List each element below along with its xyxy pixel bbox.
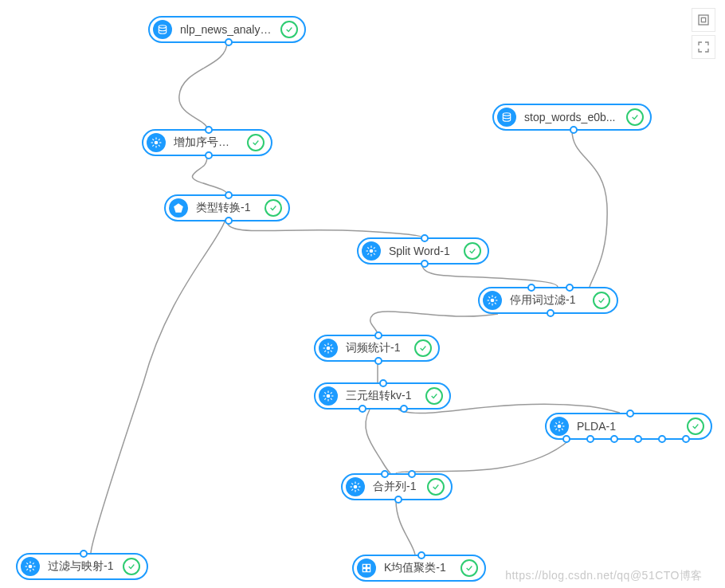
svg-point-30 [327,347,331,351]
node-stop-words[interactable]: stop_words_e0b... [492,104,652,131]
output-port[interactable] [547,309,555,317]
node-label: 类型转换-1 [196,201,257,215]
input-port-2[interactable] [566,284,574,292]
svg-line-65 [358,483,359,484]
output-port[interactable] [374,357,382,365]
input-port[interactable] [381,470,389,478]
svg-rect-79 [699,15,708,25]
process-icon [319,386,338,406]
output-port[interactable] [205,151,213,159]
status-success-icon [687,417,704,435]
output-port[interactable] [225,38,233,46]
svg-point-57 [354,485,358,489]
svg-line-73 [26,569,28,570]
node-type-convert[interactable]: 类型转换-1 [164,194,290,221]
svg-line-18 [374,253,375,255]
node-word-frequency[interactable]: 词频统计-1 [314,335,440,362]
node-nlp-news-analyzer[interactable]: nlp_news_analyz... [148,16,306,43]
node-label: Split Word-1 [389,245,456,257]
dataset-icon [153,20,172,39]
output-port-5[interactable] [658,435,666,443]
svg-line-53 [555,422,557,424]
svg-line-46 [324,398,326,400]
node-stopword-filter[interactable]: 停用词过滤-1 [478,287,618,314]
output-port-1[interactable] [562,435,570,443]
input-port[interactable] [225,191,233,199]
status-success-icon [593,292,610,309]
status-success-icon [414,339,432,357]
svg-line-38 [331,344,332,346]
svg-line-54 [562,429,563,430]
node-label: PLDA-1 [577,420,679,433]
svg-line-9 [152,145,154,147]
node-label: stop_words_e0b... [524,111,618,123]
svg-line-56 [562,422,563,424]
input-port[interactable] [626,410,634,417]
svg-line-8 [159,145,160,147]
status-success-icon [626,108,644,126]
status-success-icon [123,558,140,575]
svg-line-72 [33,569,34,570]
fit-to-screen-button[interactable] [692,8,715,32]
node-label: 合并列-1 [373,480,419,494]
svg-point-39 [327,394,331,398]
fullscreen-button[interactable] [692,35,715,59]
output-port[interactable] [570,126,578,134]
process-icon [346,477,365,496]
workflow-canvas[interactable]: nlp_news_analyz... stop_words_e0b... 增加序… [0,0,725,588]
node-filter-map[interactable]: 过滤与映射-1 [16,553,148,580]
node-label: 三元组转kv-1 [346,389,417,403]
output-port[interactable] [421,260,429,268]
output-port-2[interactable] [586,435,594,443]
svg-line-10 [159,139,160,140]
status-success-icon [425,387,443,405]
node-label: nlp_news_analyz... [180,23,272,36]
svg-point-2 [155,141,159,145]
process-icon [319,339,338,358]
input-port[interactable] [417,551,425,559]
svg-line-29 [495,296,496,298]
status-success-icon [265,199,282,217]
output-port[interactable] [359,405,366,413]
input-port[interactable] [374,331,382,339]
canvas-toolbar [692,8,717,62]
transform-icon [169,198,188,218]
input-port[interactable] [205,126,213,134]
output-port-6[interactable] [682,435,690,443]
node-label: K均值聚类-1 [384,561,453,575]
input-port[interactable] [379,379,387,387]
output-port[interactable] [394,496,402,504]
svg-line-71 [26,563,28,564]
svg-line-36 [331,351,332,352]
input-port-2[interactable] [408,470,416,478]
svg-rect-76 [367,564,370,567]
svg-line-27 [495,303,496,304]
status-success-icon [280,21,298,38]
svg-point-0 [159,25,166,29]
node-split-word[interactable]: Split Word-1 [357,237,489,265]
output-port[interactable] [225,217,233,225]
svg-line-20 [374,247,375,249]
svg-line-45 [331,398,332,400]
input-port[interactable] [80,550,88,558]
svg-line-26 [488,296,490,298]
svg-line-37 [324,351,326,352]
input-port[interactable] [421,234,429,242]
output-port-2[interactable] [400,405,408,413]
node-merge-columns[interactable]: 合并列-1 [341,473,453,500]
svg-point-48 [558,425,562,429]
output-port-4[interactable] [634,435,642,443]
svg-line-17 [367,247,369,249]
node-plda[interactable]: PLDA-1 [545,413,712,440]
node-triple-to-kv[interactable]: 三元组转kv-1 [314,382,451,410]
svg-line-63 [358,489,359,491]
process-icon [362,241,381,261]
node-add-sequence-column[interactable]: 增加序号列-1 [142,129,272,156]
svg-point-1 [503,113,510,116]
svg-line-44 [324,392,326,394]
output-port-3[interactable] [610,435,618,443]
process-icon [550,417,569,436]
svg-line-19 [367,253,369,255]
input-port[interactable] [527,284,535,292]
node-kmeans[interactable]: K均值聚类-1 [352,555,486,582]
